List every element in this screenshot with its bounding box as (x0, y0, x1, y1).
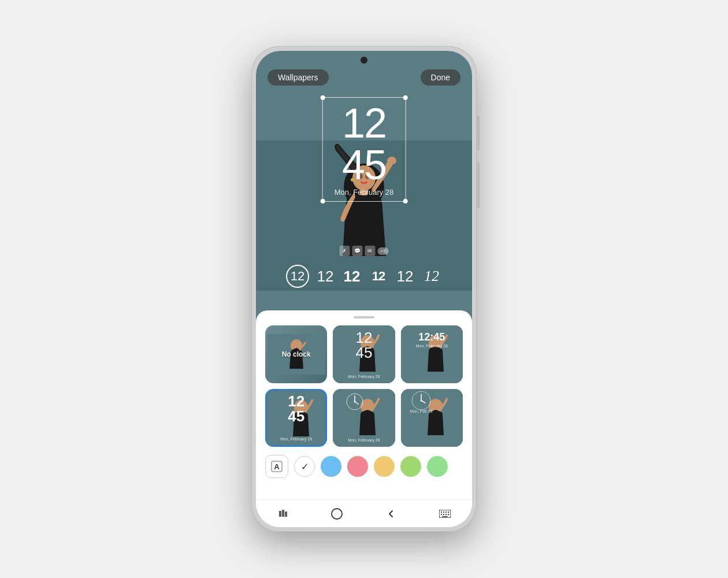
notif-icon-3: ✉ (365, 246, 375, 256)
clock-thumb-bg-2: 12:45 Mon, February 28 (401, 325, 463, 383)
svg-rect-40 (441, 514, 442, 515)
clock-thumb-style2[interactable]: 12:45 Mon, February 28 (401, 325, 463, 383)
font-option-circled[interactable]: 12 (286, 265, 309, 288)
clock-thumb-bg-3: 12 45 Mon, February 28 (266, 390, 326, 446)
wallpapers-button[interactable]: Wallpapers (268, 69, 329, 86)
nav-recents[interactable] (272, 502, 295, 525)
svg-rect-33 (285, 512, 287, 517)
clock-hours: 12 (335, 102, 394, 144)
notif-icon-4: +3 (377, 247, 388, 255)
font-option-1[interactable]: 12 (315, 268, 336, 286)
color-more[interactable] (427, 456, 448, 477)
font-option-thin[interactable]: 12 (395, 268, 415, 286)
thumb-date-3: Mon, February 28 (280, 437, 312, 441)
color-row[interactable]: A ✓ (256, 447, 472, 483)
clock-thumb-style4[interactable]: Mon, February 28 (333, 389, 395, 447)
camera-notch (361, 57, 367, 64)
nav-back[interactable] (380, 502, 403, 525)
svg-point-34 (332, 509, 342, 519)
corner-dot-br (403, 199, 407, 203)
nav-bar (256, 499, 472, 527)
font-option-serif[interactable]: 12 (421, 268, 442, 285)
svg-rect-41 (443, 514, 444, 515)
thumb-date-4: Mon, February 28 (348, 438, 380, 442)
svg-point-27 (420, 400, 422, 402)
color-green[interactable] (400, 456, 421, 477)
lockscreen: Wallpapers Done 12 45 Mon, February 28 ✗… (256, 51, 472, 346)
clock-selection-box: 12 45 Mon, February 28 (322, 97, 406, 202)
done-button[interactable]: Done (421, 69, 460, 86)
clock-thumb-style3[interactable]: 12 45 Mon, February 28 (265, 389, 327, 447)
color-pink[interactable] (347, 456, 368, 477)
lock-top-bar: Wallpapers Done (256, 69, 472, 86)
svg-rect-38 (445, 512, 447, 513)
notif-icon-1: ✗ (339, 246, 350, 256)
notification-icons: ✗ 💬 ✉ +3 (339, 246, 388, 256)
clock-thumb-no-clock[interactable]: No clock (265, 325, 327, 383)
svg-rect-39 (448, 512, 449, 513)
clock-thumb-bg-5: Mon, Feb 28 (401, 389, 463, 447)
color-yellow[interactable] (374, 456, 395, 477)
svg-text:Mon, Feb 28: Mon, Feb 28 (410, 409, 432, 413)
color-check-button[interactable]: ✓ (294, 456, 315, 477)
thumb-date-1: Mon, February 28 (348, 375, 380, 379)
phone-frame: Wallpapers Done 12 45 Mon, February 28 ✗… (251, 46, 477, 532)
nav-keyboard[interactable] (433, 502, 456, 525)
svg-rect-32 (282, 510, 284, 517)
svg-text:A: A (274, 462, 280, 471)
svg-point-21 (354, 401, 356, 403)
svg-rect-42 (445, 514, 447, 515)
clock-minutes: 45 (335, 144, 394, 186)
sheet-handle (354, 316, 374, 318)
svg-rect-43 (448, 514, 449, 515)
svg-rect-31 (279, 511, 281, 517)
corner-dot-bl (321, 199, 325, 203)
no-clock-label: No clock (265, 325, 327, 383)
svg-rect-37 (443, 512, 444, 513)
svg-rect-44 (442, 516, 448, 517)
clock-date: Mon, February 28 (335, 188, 394, 197)
clock-thumb-style1[interactable]: 12 45 Mon, February 28 (333, 325, 395, 383)
font-option-extrabold[interactable]: 12 (368, 269, 389, 284)
svg-rect-36 (441, 512, 442, 513)
font-type-button[interactable]: A (265, 455, 288, 478)
nav-home[interactable] (325, 502, 348, 525)
clock-grid[interactable]: No clock (256, 325, 472, 447)
bottom-sheet: No clock (256, 310, 472, 527)
clock-thumb-bg-4: Mon, February 28 (333, 389, 395, 447)
clock-thumb-style5[interactable]: Mon, Feb 28 (401, 389, 463, 447)
clock-thumb-bg-1: 12 45 Mon, February 28 (333, 325, 395, 383)
color-blue[interactable] (321, 456, 341, 477)
phone-screen: Wallpapers Done 12 45 Mon, February 28 ✗… (256, 51, 472, 527)
notif-icon-2: 💬 (352, 246, 362, 256)
clock-widget[interactable]: 12 45 Mon, February 28 (322, 97, 406, 202)
font-option-bold[interactable]: 12 (341, 268, 362, 286)
font-selector[interactable]: 12 12 12 12 12 12 (256, 265, 472, 288)
